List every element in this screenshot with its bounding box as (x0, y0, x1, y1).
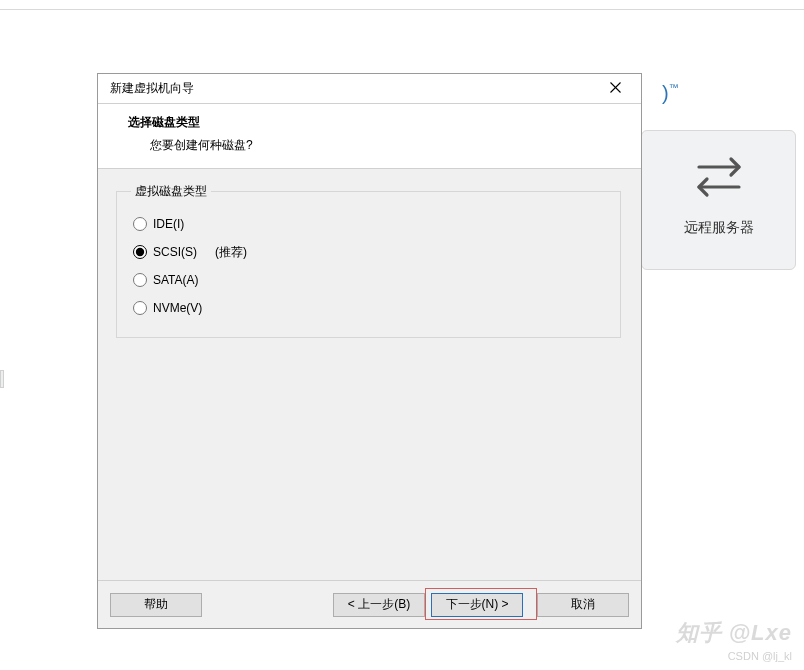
option-sata[interactable]: SATA(A) (131, 266, 606, 294)
radio-scsi[interactable] (133, 245, 147, 259)
option-label: SCSI(S) (153, 245, 197, 259)
cancel-button[interactable]: 取消 (537, 593, 629, 617)
new-vm-wizard-dialog: 新建虚拟机向导 选择磁盘类型 您要创建何种磁盘? 虚拟磁盘类型 IDE(I) S… (97, 73, 642, 629)
dialog-title: 新建虚拟机向导 (110, 80, 194, 97)
wizard-header: 选择磁盘类型 您要创建何种磁盘? (98, 104, 641, 169)
watermark-csdn: CSDN @lj_kl (728, 650, 792, 662)
radio-nvme[interactable] (133, 301, 147, 315)
disk-type-group: 虚拟磁盘类型 IDE(I) SCSI(S) (推荐) SATA(A) NVMe(… (116, 183, 621, 338)
close-button[interactable] (595, 76, 635, 102)
wizard-footer: 帮助 < 上一步(B) 下一步(N) > 取消 (98, 580, 641, 628)
watermark-zhihu: 知乎 @Lxe (676, 618, 792, 648)
next-button[interactable]: 下一步(N) > (431, 593, 523, 617)
dialog-titlebar: 新建虚拟机向导 (98, 74, 641, 104)
help-button[interactable]: 帮助 (110, 593, 202, 617)
group-legend: 虚拟磁盘类型 (131, 183, 211, 200)
back-button[interactable]: < 上一步(B) (333, 593, 425, 617)
radio-sata[interactable] (133, 273, 147, 287)
swap-arrows-icon (689, 151, 749, 201)
option-label: NVMe(V) (153, 301, 202, 315)
option-label: SATA(A) (153, 273, 199, 287)
close-icon (610, 82, 621, 96)
header-title: 选择磁盘类型 (128, 114, 623, 131)
option-label: IDE(I) (153, 217, 184, 231)
connect-remote-label: 远程服务器 (642, 219, 795, 237)
wizard-body: 虚拟磁盘类型 IDE(I) SCSI(S) (推荐) SATA(A) NVMe(… (98, 169, 641, 573)
option-scsi[interactable]: SCSI(S) (推荐) (131, 238, 606, 266)
brand-fragment: )™ (662, 82, 679, 105)
connect-remote-card[interactable]: 远程服务器 (641, 130, 796, 270)
radio-ide[interactable] (133, 217, 147, 231)
option-ide[interactable]: IDE(I) (131, 210, 606, 238)
option-nvme[interactable]: NVMe(V) (131, 294, 606, 322)
header-subtitle: 您要创建何种磁盘? (128, 137, 623, 154)
option-hint: (推荐) (215, 244, 247, 261)
